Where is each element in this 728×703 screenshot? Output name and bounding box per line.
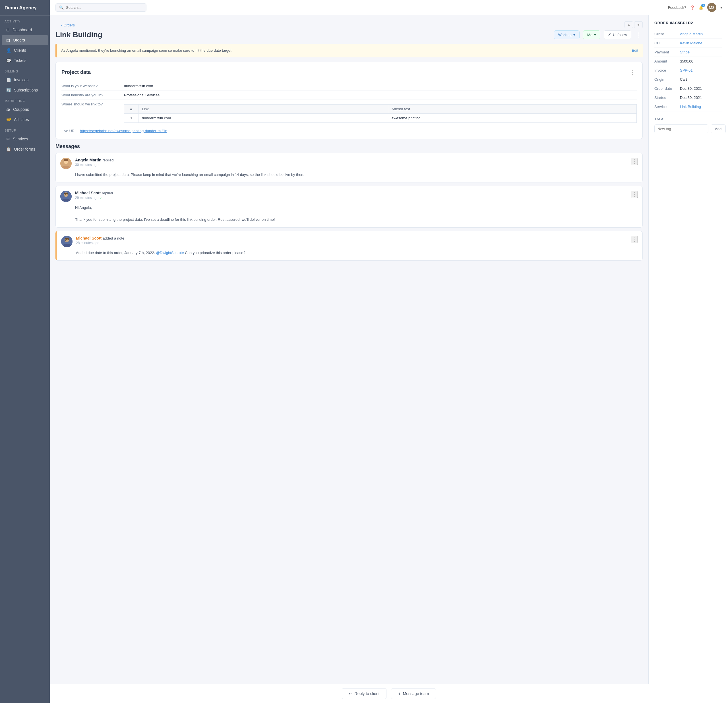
message-icon: + xyxy=(398,691,400,696)
meta-value-origin: Cart xyxy=(680,77,687,82)
msg-time-text: 29 minutes ago xyxy=(75,196,98,200)
section-label-marketing: MARKETING xyxy=(0,95,50,104)
order-more-button[interactable]: ⋮ xyxy=(635,30,643,39)
meta-value-started: Dec 30, 2021 xyxy=(680,95,702,100)
reply-client-label: Reply to client xyxy=(355,691,380,696)
table-header-link: Link xyxy=(139,104,388,113)
project-data-more-button[interactable]: ⋮ xyxy=(629,68,637,77)
sidebar-item-affiliates[interactable]: 🤝 Affiliates xyxy=(2,115,48,124)
section-label-activity: ACTIVITY xyxy=(0,16,50,25)
coupons-icon: 🎟 xyxy=(6,107,10,112)
section-title: Project data xyxy=(61,69,91,75)
sidebar-item-clients[interactable]: 👤 Clients xyxy=(2,45,48,55)
avatar-michael-2 xyxy=(61,236,72,247)
sidebar-item-services[interactable]: ⚙ Services xyxy=(2,134,48,144)
search-icon: 🔍 xyxy=(59,6,64,10)
tag-input-wrap: Add xyxy=(654,124,722,133)
main-area: 🔍 Feedback? ❓ 🔔 9 MS ▾ ‹ Orders ▲ xyxy=(50,0,728,703)
svg-point-3 xyxy=(64,159,68,161)
tag-add-button[interactable]: Add xyxy=(711,124,726,133)
assign-button[interactable]: Me ▾ xyxy=(583,30,600,39)
msg-name: Angela Martin xyxy=(75,158,101,162)
breadcrumb[interactable]: ‹ Orders xyxy=(55,19,81,30)
live-url-label: Live URL: xyxy=(61,129,78,133)
search-wrap[interactable]: 🔍 xyxy=(55,3,146,12)
sidebar-item-dashboard[interactable]: ⊞ Dashboard xyxy=(2,25,48,35)
collapse-up-button[interactable]: ▲ xyxy=(624,21,633,28)
message-card-2: Michael Scott replied 29 minutes ago ✓ ⋮… xyxy=(55,186,643,227)
unfollow-button[interactable]: ✗ Unfollow xyxy=(604,30,631,39)
sidebar-item-coupons[interactable]: 🎟 Coupons xyxy=(2,105,48,114)
notification-button[interactable]: 🔔 9 xyxy=(699,6,703,10)
meta-row-invoice: Invoice SPP-51 xyxy=(654,66,722,75)
dashboard-icon: ⊞ xyxy=(6,27,10,32)
header-right: Feedback? ❓ 🔔 9 MS ▾ xyxy=(668,3,722,12)
sidebar-item-label: Services xyxy=(13,137,28,141)
meta-value-invoice[interactable]: SPP-51 xyxy=(680,68,693,72)
breadcrumb-arrow-icon: ‹ xyxy=(61,23,62,27)
notification-badge: 9 xyxy=(701,4,705,7)
sidebar-item-orders[interactable]: ▤ Orders xyxy=(2,35,48,45)
meta-label: Started xyxy=(654,95,680,100)
sidebar-item-order-forms[interactable]: 📋 Order forms xyxy=(2,144,48,154)
meta-row-started: Started Dec 30, 2021 xyxy=(654,93,722,102)
message-team-button[interactable]: + Message team xyxy=(391,688,436,699)
meta-row-origin: Origin Cart xyxy=(654,75,722,84)
project-value: Professional Services xyxy=(124,93,160,97)
notice-banner: As Angela mentioned, they're launching a… xyxy=(55,44,643,58)
svg-point-13 xyxy=(68,240,68,241)
messages-title: Messages xyxy=(55,144,643,150)
order-id: ORDER #AC5BD1D2 xyxy=(654,21,722,25)
message-user-wrap: Michael Scott replied 29 minutes ago ✓ xyxy=(60,191,113,202)
sidebar-item-subscriptions[interactable]: 🔄 Subscriptions xyxy=(2,85,48,95)
live-url-link[interactable]: https://segebahn.net/awesome-printing-du… xyxy=(80,129,167,133)
tag-input[interactable] xyxy=(654,124,708,133)
meta-value-client[interactable]: Angela Martin xyxy=(680,32,703,36)
sidebar-item-label: Subscriptions xyxy=(14,88,38,92)
clients-icon: 👤 xyxy=(6,48,11,53)
meta-label: Order date xyxy=(654,86,680,91)
notice-text: As Angela mentioned, they're launching a… xyxy=(61,48,233,53)
sidebar: Demo Agency ACTIVITY ⊞ Dashboard ▤ Order… xyxy=(0,0,50,703)
message-user-wrap: Angela Martin replied 30 minutes ago xyxy=(60,158,114,169)
status-button[interactable]: Working ▾ xyxy=(554,30,579,39)
message-meta-2: Michael Scott replied 29 minutes ago ✓ xyxy=(75,191,113,200)
table-cell-link: dundermifflin.com xyxy=(139,113,388,122)
msg-time-text: 28 minutes ago xyxy=(76,241,99,245)
user-avatar[interactable]: MS xyxy=(707,3,716,12)
meta-value-service[interactable]: Link Building xyxy=(680,105,701,109)
assign-label: Me xyxy=(587,33,592,37)
tickets-icon: 💬 xyxy=(6,58,11,63)
help-icon[interactable]: ❓ xyxy=(690,6,695,10)
app-title: Demo Agency xyxy=(0,0,50,16)
content-area: ‹ Orders ▲ ▼ Link Building Working ▾ Me … xyxy=(50,15,728,684)
collapse-down-button[interactable]: ▼ xyxy=(634,21,643,28)
assign-chevron-icon: ▾ xyxy=(594,33,596,37)
project-label: What is your website? xyxy=(61,84,124,88)
message-card-1: Angela Martin replied 30 minutes ago ⋮ I… xyxy=(55,153,643,183)
message-more-button-1[interactable]: ⋮ xyxy=(631,158,638,165)
sidebar-item-tickets[interactable]: 💬 Tickets xyxy=(2,56,48,65)
unfollow-icon: ✗ xyxy=(608,33,611,37)
meta-row-client: Client Angela Martin xyxy=(654,30,722,39)
feedback-label[interactable]: Feedback? xyxy=(668,6,686,10)
meta-label: Amount xyxy=(654,59,680,63)
user-menu-chevron-icon[interactable]: ▾ xyxy=(720,6,722,10)
table-cell-num: 1 xyxy=(124,113,139,122)
message-more-button-2[interactable]: ⋮ xyxy=(631,191,638,198)
meta-row-service: Service Link Building xyxy=(654,102,722,111)
sidebar-item-invoices[interactable]: 📄 Invoices xyxy=(2,75,48,85)
sidebar-item-label: Dashboard xyxy=(13,27,32,32)
meta-value-payment[interactable]: Stripe xyxy=(680,50,690,54)
meta-value-cc[interactable]: Kevin Malone xyxy=(680,41,702,45)
reply-client-button[interactable]: ↩ Reply to client xyxy=(342,688,387,699)
search-input[interactable] xyxy=(66,6,143,10)
message-meta-1: Angela Martin replied 30 minutes ago xyxy=(75,158,114,167)
notice-edit-button[interactable]: Edit xyxy=(632,48,638,53)
project-value: dundermifflin.com xyxy=(124,84,153,88)
message-more-button-3[interactable]: ⋮ xyxy=(631,236,638,243)
status-chevron-icon: ▾ xyxy=(573,33,575,37)
message-author-1: Angela Martin replied xyxy=(75,158,114,162)
right-sidebar: ORDER #AC5BD1D2 Client Angela Martin CC … xyxy=(649,15,728,684)
msg-time-3: 28 minutes ago xyxy=(76,241,124,245)
